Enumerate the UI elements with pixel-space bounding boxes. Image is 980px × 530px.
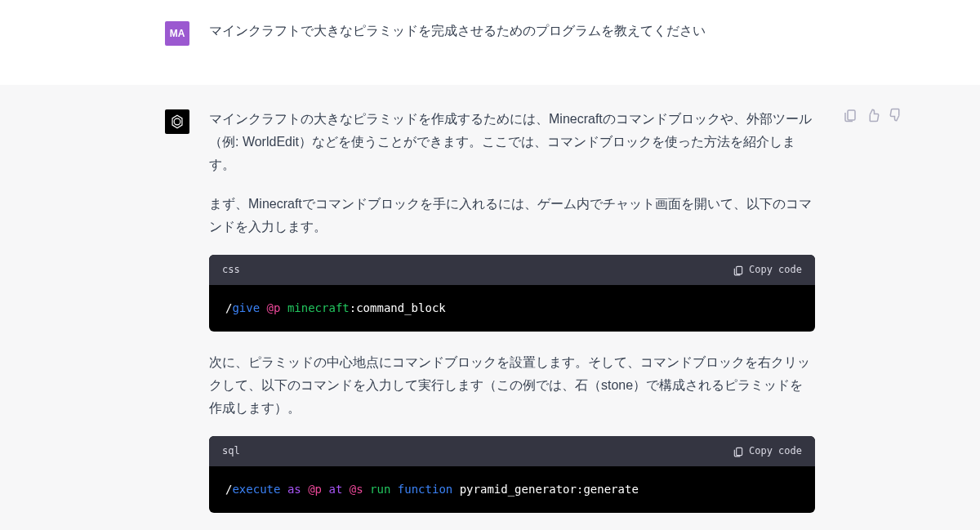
code-token: execute xyxy=(232,483,280,496)
user-message-text: マインクラフトで大きなピラミッドを完成させるためのプログラムを教えてください xyxy=(209,20,815,42)
code-token: at xyxy=(328,483,342,496)
assistant-message-body: マインクラフトの大きなピラミッドを作成するためには、Minecraftのコマンド… xyxy=(209,108,815,530)
copy-code-button-2[interactable]: Copy code xyxy=(733,443,802,460)
code-token: run xyxy=(370,483,390,496)
user-message-section: MA マインクラフトで大きなピラミッドを完成させるためのプログラムを教えてくださ… xyxy=(0,0,980,85)
code-block-1-body: /give @p minecraft:command_block xyxy=(209,285,815,332)
svg-point-0 xyxy=(174,118,180,125)
clipboard-icon xyxy=(733,265,744,276)
user-message-body: マインクラフトで大きなピラミッドを完成させるためのプログラムを教えてください xyxy=(209,20,815,59)
copy-code-label: Copy code xyxy=(749,261,802,278)
code-token: @p xyxy=(308,483,322,496)
assistant-paragraph-2: まず、Minecraftでコマンドブロックを手に入れるには、ゲーム内でチャット画… xyxy=(209,193,815,238)
user-avatar: MA xyxy=(165,21,189,46)
code-token: @s xyxy=(350,483,363,496)
assistant-avatar xyxy=(165,109,189,134)
clipboard-icon xyxy=(733,446,744,457)
code-token: function xyxy=(398,483,452,496)
code-block-2-lang: sql xyxy=(222,443,240,460)
user-message-row: MA マインクラフトで大きなピラミッドを完成させるためのプログラムを教えてくださ… xyxy=(155,20,825,59)
code-block-2-body: /execute as @p at @s run function pyrami… xyxy=(209,466,815,513)
svg-rect-3 xyxy=(848,110,855,120)
thumbs-down-icon[interactable] xyxy=(889,108,903,122)
code-token: @p xyxy=(267,301,281,314)
code-token: as xyxy=(287,483,301,496)
copy-code-label: Copy code xyxy=(749,443,802,460)
assistant-message-section: マインクラフトの大きなピラミッドを作成するためには、Minecraftのコマンド… xyxy=(0,85,980,530)
thumbs-up-icon[interactable] xyxy=(866,108,880,122)
user-avatar-initials: MA xyxy=(170,25,185,42)
svg-rect-1 xyxy=(737,266,742,274)
copy-message-icon[interactable] xyxy=(843,108,858,122)
code-token: pyramid_generator:generate xyxy=(452,483,639,496)
code-token: :command_block xyxy=(350,301,446,314)
assistant-paragraph-1: マインクラフトの大きなピラミッドを作成するためには、Minecraftのコマンド… xyxy=(209,108,815,176)
code-block-2: sql Copy code /execute as @p at @s run f… xyxy=(209,436,815,513)
svg-rect-2 xyxy=(737,448,742,455)
code-block-1: css Copy code /give @p minecraft:command… xyxy=(209,255,815,332)
code-block-1-lang: css xyxy=(222,261,240,278)
assistant-message-row: マインクラフトの大きなピラミッドを作成するためには、Minecraftのコマンド… xyxy=(155,108,825,530)
message-actions xyxy=(843,108,903,122)
code-block-1-header: css Copy code xyxy=(209,255,815,285)
copy-code-button-1[interactable]: Copy code xyxy=(733,261,802,278)
code-token: minecraft xyxy=(287,301,350,314)
openai-logo-icon xyxy=(168,113,186,131)
code-token: give xyxy=(232,301,260,314)
code-block-2-header: sql Copy code xyxy=(209,436,815,466)
assistant-paragraph-3: 次に、ピラミッドの中心地点にコマンドブロックを設置します。そして、コマンドブロッ… xyxy=(209,351,815,420)
